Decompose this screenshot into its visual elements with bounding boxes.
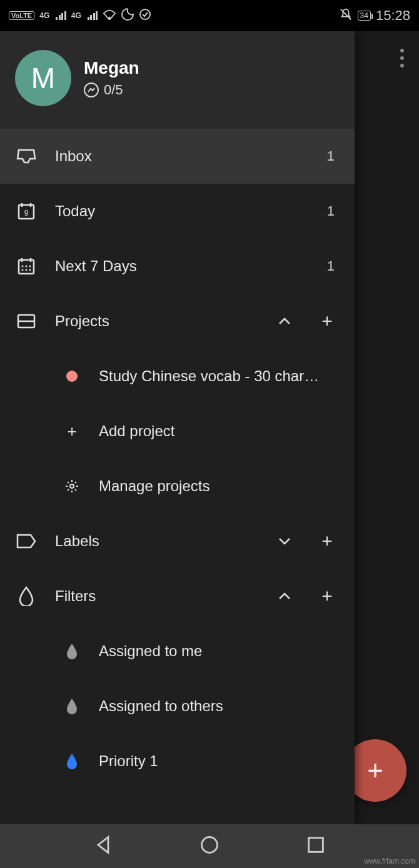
svg-point-18 bbox=[202, 837, 218, 853]
svg-point-1 bbox=[140, 9, 150, 19]
karma-icon bbox=[84, 82, 99, 97]
signal-4g-label-2: 4G bbox=[71, 11, 81, 20]
sub-label: Manage projects bbox=[99, 477, 340, 495]
mute-icon bbox=[339, 7, 353, 24]
add-filter-icon[interactable]: + bbox=[315, 586, 340, 607]
nav-label: Projects bbox=[55, 312, 255, 330]
drop-icon bbox=[63, 698, 81, 714]
battery-icon: 34 bbox=[358, 11, 371, 21]
avatar-initial: M bbox=[31, 61, 55, 95]
add-project-icon[interactable]: + bbox=[315, 311, 340, 332]
calendar-week-icon bbox=[15, 256, 38, 276]
nav-label: Next 7 Days bbox=[55, 257, 310, 275]
filter-item[interactable]: Assigned to others bbox=[0, 679, 355, 734]
back-button[interactable] bbox=[93, 834, 114, 858]
filter-label: Assigned to others bbox=[99, 697, 340, 715]
home-button[interactable] bbox=[199, 834, 220, 858]
plus-icon: + bbox=[63, 422, 81, 441]
project-color-dot bbox=[63, 371, 81, 382]
nav-label: Today bbox=[55, 202, 310, 220]
recents-button[interactable] bbox=[305, 834, 326, 858]
nav-filters[interactable]: Filters + bbox=[0, 569, 355, 624]
chevron-up-icon[interactable] bbox=[272, 317, 297, 325]
nav-label: Inbox bbox=[55, 147, 310, 165]
android-navbar bbox=[0, 824, 419, 868]
gear-icon bbox=[63, 479, 81, 494]
nav-label: Filters bbox=[55, 587, 255, 605]
signal-bars-icon bbox=[88, 11, 98, 20]
more-options-icon[interactable] bbox=[400, 49, 404, 67]
svg-point-11 bbox=[29, 266, 31, 267]
svg-point-12 bbox=[22, 269, 24, 271]
filter-label: Priority 1 bbox=[99, 752, 340, 770]
filter-item[interactable]: Assigned to me bbox=[0, 624, 355, 679]
nav-count: 1 bbox=[327, 203, 340, 219]
svg-point-14 bbox=[29, 269, 31, 271]
projects-icon bbox=[15, 313, 38, 329]
project-item[interactable]: Study Chinese vocab - 30 char… bbox=[0, 349, 355, 404]
chevron-up-icon[interactable] bbox=[272, 592, 297, 600]
nav-today[interactable]: 9 Today 1 bbox=[0, 184, 355, 239]
nav-next7days[interactable]: Next 7 Days 1 bbox=[0, 239, 355, 294]
profile-header[interactable]: M Megan 0/5 bbox=[0, 31, 355, 129]
manage-projects-item[interactable]: Manage projects bbox=[0, 459, 355, 514]
chevron-down-icon[interactable] bbox=[272, 537, 297, 545]
calendar-today-icon: 9 bbox=[15, 201, 38, 221]
volte-badge: VoLTE bbox=[9, 11, 34, 20]
drop-icon bbox=[63, 643, 81, 659]
svg-rect-19 bbox=[309, 838, 323, 852]
sub-label: Add project bbox=[99, 422, 340, 440]
signal-bars-icon bbox=[56, 11, 66, 20]
nav-count: 1 bbox=[327, 258, 340, 274]
watermark: www.frfam.com bbox=[364, 857, 415, 866]
add-project-item[interactable]: + Add project bbox=[0, 404, 355, 459]
nav-inbox[interactable]: Inbox 1 bbox=[0, 129, 355, 184]
moon-icon bbox=[121, 8, 134, 24]
inbox-icon bbox=[15, 147, 38, 165]
check-circle-icon bbox=[139, 8, 151, 24]
label-icon bbox=[15, 533, 38, 549]
navigation-drawer: M Megan 0/5 Inbox 1 9 Today 1 Next 7 bbox=[0, 31, 355, 824]
goal-count: 0/5 bbox=[104, 82, 123, 98]
drop-icon bbox=[63, 753, 81, 769]
clock: 15:28 bbox=[376, 7, 410, 24]
svg-point-0 bbox=[108, 16, 111, 19]
svg-point-10 bbox=[26, 266, 28, 267]
add-label-icon[interactable]: + bbox=[315, 531, 340, 552]
svg-point-9 bbox=[22, 266, 24, 267]
signal-4g-label-1: 4G bbox=[39, 11, 49, 20]
svg-text:9: 9 bbox=[24, 209, 29, 217]
svg-point-17 bbox=[70, 484, 74, 488]
profile-name: Megan bbox=[84, 58, 139, 78]
project-label: Study Chinese vocab - 30 char… bbox=[99, 367, 340, 385]
status-bar: VoLTE 4G 4G 34 15:28 bbox=[0, 0, 419, 31]
nav-count: 1 bbox=[327, 148, 340, 164]
nav-labels[interactable]: Labels + bbox=[0, 514, 355, 569]
nav-label: Labels bbox=[55, 532, 255, 550]
avatar: M bbox=[15, 50, 71, 106]
filter-label: Assigned to me bbox=[99, 642, 340, 660]
filter-drop-icon bbox=[15, 586, 38, 606]
wifi-icon bbox=[103, 9, 116, 23]
plus-icon: + bbox=[367, 755, 383, 786]
filter-item[interactable]: Priority 1 bbox=[0, 734, 355, 789]
nav-projects[interactable]: Projects + bbox=[0, 294, 355, 349]
svg-point-13 bbox=[26, 269, 28, 271]
